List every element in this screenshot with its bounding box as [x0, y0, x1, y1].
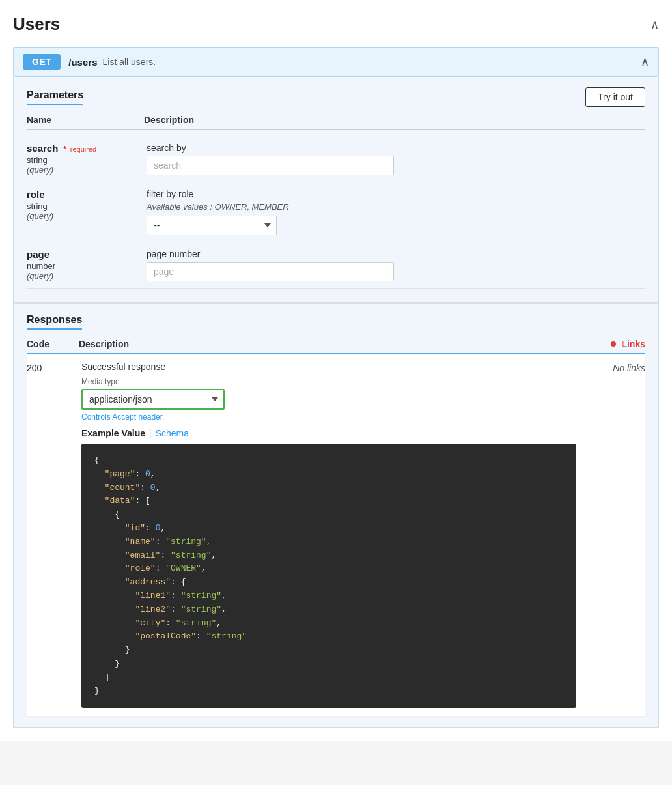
- param-description-search: search by: [147, 143, 645, 153]
- param-type-role: string: [27, 201, 137, 211]
- parameters-title: Parameters: [27, 89, 83, 105]
- media-type-select[interactable]: application/json: [81, 389, 225, 410]
- param-desc-col-page: page number: [144, 249, 645, 281]
- parameters-section: Parameters Try it out Name Description s…: [13, 77, 659, 302]
- response-description-text: Successful response: [81, 362, 580, 372]
- param-location-search: (query): [27, 165, 137, 175]
- name-col-header: Name: [27, 115, 144, 125]
- param-description-role: filter by role: [147, 189, 645, 199]
- param-name-page: page: [27, 249, 137, 260]
- schema-tab[interactable]: Schema: [156, 428, 189, 438]
- param-name-role: role: [27, 189, 137, 200]
- json-example-block: { "page": 0, "count": 0, "data": [ { "id…: [81, 444, 576, 708]
- param-row-page: page number (query) page number: [27, 242, 645, 289]
- param-required-label: required: [70, 145, 96, 153]
- endpoint-bar: GET /users List all users. ∧: [13, 47, 659, 77]
- media-type-label: Media type: [81, 377, 580, 386]
- endpoint-path: /users: [68, 57, 97, 68]
- param-desc-col-search: search by: [144, 143, 645, 175]
- response-row-200: 200 Successful response Media type appli…: [27, 354, 645, 717]
- try-it-out-button[interactable]: Try it out: [585, 87, 645, 107]
- param-row-role: role string (query) filter by role Avail…: [27, 182, 645, 242]
- example-schema-tabs: Example Value | Schema: [81, 428, 580, 438]
- param-type-page: number: [27, 261, 137, 271]
- param-name-col-page: page number (query): [27, 249, 144, 281]
- role-select[interactable]: -- OWNER MEMBER: [147, 216, 277, 235]
- responses-table-header: Code Description Links: [27, 339, 645, 354]
- param-required-asterisk: *: [63, 145, 66, 154]
- page-input[interactable]: [147, 262, 394, 281]
- response-links-200: No links: [580, 362, 645, 373]
- param-type-search: string: [27, 155, 137, 165]
- example-value-tab[interactable]: Example Value: [81, 428, 145, 438]
- tab-divider: |: [149, 428, 152, 438]
- response-code-200: 200: [27, 362, 79, 373]
- responses-title: Responses: [27, 314, 82, 330]
- page-collapse-icon[interactable]: ∧: [651, 18, 659, 32]
- desc-col-header-resp: Description: [79, 339, 580, 349]
- page-title: Users: [13, 14, 60, 35]
- response-desc-200: Successful response Media type applicati…: [79, 362, 580, 708]
- parameters-header: Parameters Try it out: [27, 87, 645, 107]
- method-badge: GET: [23, 54, 61, 70]
- links-col-header: Links: [580, 339, 645, 349]
- param-location-page: (query): [27, 271, 137, 281]
- endpoint-description: List all users.: [102, 57, 641, 67]
- code-col-header: Code: [27, 339, 79, 349]
- param-row-search: search * required string (query) search …: [27, 136, 645, 182]
- page-header: Users ∧: [13, 7, 659, 40]
- param-name-search: search * required: [27, 143, 137, 154]
- search-input[interactable]: [147, 156, 394, 175]
- endpoint-collapse-icon[interactable]: ∧: [641, 55, 649, 69]
- params-table-header: Name Description: [27, 115, 645, 130]
- controls-accept-text: Controls Accept header.: [81, 412, 580, 421]
- param-location-role: (query): [27, 211, 137, 221]
- param-desc-col-role: filter by role Available values : OWNER,…: [144, 189, 645, 235]
- red-dot-icon: [611, 341, 616, 347]
- param-name-col-search: search * required string (query): [27, 143, 144, 175]
- param-description-page: page number: [147, 249, 645, 259]
- desc-col-header: Description: [144, 115, 645, 125]
- param-name-col-role: role string (query): [27, 189, 144, 235]
- parameters-table: Name Description search * required strin…: [27, 115, 645, 289]
- responses-section: Responses Code Description Links 200 Suc…: [13, 302, 659, 728]
- param-available-values-role: Available values : OWNER, MEMBER: [147, 202, 645, 212]
